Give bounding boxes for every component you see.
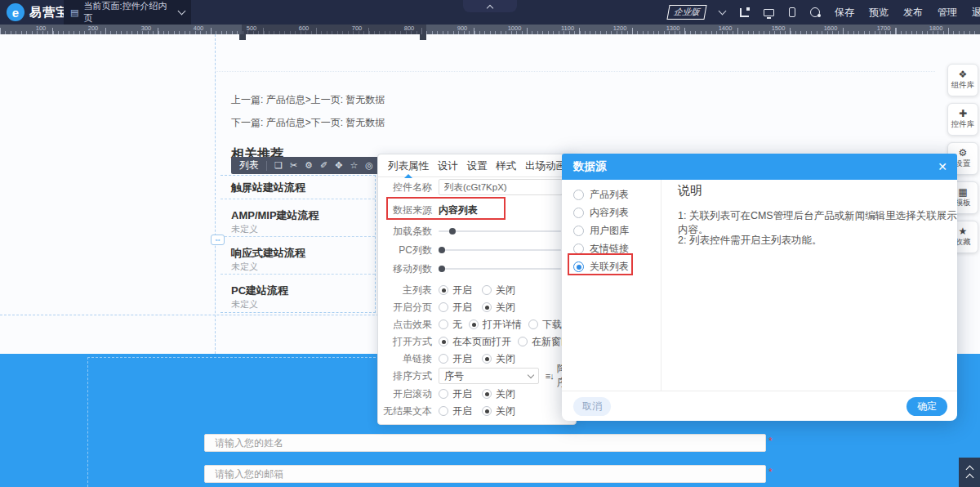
no-result-text-row: 无结果文本 开启 关闭 [378,403,576,419]
tab-entrance-animation[interactable]: 出场动画 [525,154,566,177]
slider-knob[interactable] [449,228,456,235]
preview-button[interactable]: 预览 [862,0,896,25]
single-link-row: 单链接 开启 关闭 [378,351,576,367]
canvas-guide-line [215,71,935,72]
list-widget[interactable]: 触屏站建站流程 AMP/MIP建站流程 未定义 响应式建站流程 未定义 PC建站… [220,175,376,313]
radio-option[interactable]: 关闭 [482,387,515,401]
radio-option[interactable]: 友情链接 [573,242,629,256]
sidebar-item-component-library[interactable]: ❖ 组件库 [947,64,978,96]
brush-icon[interactable]: ✐ [320,161,327,170]
save-button[interactable]: 保存 [827,0,862,25]
settings-icon[interactable]: ⚙ [305,161,313,170]
publish-button[interactable]: 发布 [896,0,930,25]
radio-option[interactable]: 用户图库 [573,224,629,238]
sidebar-item-widget-library[interactable]: ✚ 控件库 [947,103,978,136]
field-label: 单链接 [378,352,432,366]
radio-option[interactable]: 内容列表 [573,206,629,220]
mobile-columns-slider[interactable] [439,268,561,270]
radio-option[interactable]: 产品列表 [573,188,629,202]
radio-option[interactable]: 关联列表 [573,260,629,274]
sort-select[interactable]: 序号 [439,368,539,384]
tab-settings[interactable]: 设置 [467,154,488,177]
close-icon[interactable]: ✕ [938,154,947,180]
required-marker: * [768,436,773,447]
back-to-top-button[interactable] [959,458,980,487]
mobile-view-button[interactable] [782,0,803,25]
tab-list-properties[interactable]: 列表属性 [388,154,429,177]
cancel-button[interactable]: 取消 [573,397,611,416]
widget-name-input[interactable] [439,179,563,195]
move-icon[interactable]: ✥ [335,161,342,170]
desktop-view-button[interactable] [756,0,782,25]
prev-article-link[interactable]: 上一篇: 产品信息>上一页: 暂无数据 [231,93,385,107]
page-icon: ▤ [70,7,78,18]
phone-icon [789,7,795,17]
pc-columns-slider[interactable] [439,249,561,251]
radio-icon [439,337,448,346]
field-label: 点击效果 [378,318,432,332]
copy-icon[interactable]: ❏ [274,161,283,170]
list-item-title[interactable]: AMP/MIP建站流程 [231,208,319,223]
tab-design[interactable]: 设计 [438,154,458,177]
radio-icon [482,285,492,295]
radio-icon [439,319,448,329]
exit-button[interactable]: 退出 [964,0,980,25]
radio-option[interactable]: 开启 [439,301,472,315]
dialog-option-list: 产品列表 内容列表 用户图库 友情链接 关联列表 [562,180,662,391]
chevron-down-icon [528,371,534,378]
manage-button[interactable]: 管理 [930,0,964,25]
description-line: 1: 关联列表可在CMS管理后台产品或新闻编辑里选择关联展示内容。 [678,209,957,237]
chevron-up-icon [965,466,973,474]
pagination-row: 开启分页 开启 关闭 [378,299,576,315]
next-article-link[interactable]: 下一篇: 产品信息>下一页: 暂无数据 [231,116,385,130]
plan-dropdown[interactable] [712,0,733,25]
favorite-icon[interactable]: ☆ [350,161,358,170]
radio-option[interactable]: 打开详情 [469,318,522,332]
logo-text: 易营宝 [29,5,69,20]
radio-option[interactable]: 开启 [439,387,472,401]
radio-icon [573,190,584,200]
radio-option[interactable]: 在本页面打开 [439,335,511,349]
component-library-icon: ❖ [959,69,968,79]
name-input[interactable] [204,434,766,452]
chevron-up-icon [965,474,973,482]
radio-option[interactable]: 开启 [439,284,472,297]
sort-row: 排序方式 序号 ≡↓ 降序 [378,368,576,384]
slider-knob[interactable] [439,266,445,272]
panel-tabs: 列表属性 设计 设置 样式 出场动画 [378,154,576,177]
radio-option[interactable]: 关闭 [482,352,515,366]
list-item-title[interactable]: 响应式建站流程 [231,246,305,261]
email-input[interactable] [204,465,766,483]
radio-icon [439,354,448,364]
collapse-toolbar-tab[interactable] [463,0,517,12]
divider [266,161,267,171]
tab-style[interactable]: 样式 [496,154,516,177]
radio-option[interactable]: 关闭 [482,404,515,418]
required-marker: * [768,467,773,478]
measure-button[interactable] [733,0,756,25]
data-source-value[interactable]: 内容列表 [439,203,478,217]
confirm-button[interactable]: 确定 [906,397,947,416]
load-count-slider[interactable] [439,230,561,232]
data-source-dialog: 数据源 ✕ 产品列表 内容列表 用户图库 友情链接 关联列表 说明 1: 关联列… [562,154,957,421]
visibility-icon[interactable]: ◎ [365,161,373,170]
field-label: 开启分页 [378,301,432,315]
radio-icon [518,337,528,346]
radio-option[interactable]: 无 [439,318,462,332]
radio-option[interactable]: 关闭 [482,284,515,297]
slider-knob[interactable] [439,247,445,253]
top-toolbar: e 易营宝 ▤ 当前页面:控件介绍内页 企业版 保存 预览 发布 管理 退出 [0,0,980,25]
support-button[interactable] [803,0,827,25]
current-page-selector[interactable]: ▤ 当前页面:控件介绍内页 [64,0,191,25]
cut-icon[interactable]: ✂ [290,161,297,170]
radio-option[interactable]: 开启 [439,404,472,418]
list-item-title[interactable]: PC建站流程 [231,284,288,298]
radio-option[interactable]: 开启 [439,352,472,366]
radio-icon [439,302,448,312]
widget-drag-handle[interactable]: ⇔ [211,235,225,245]
sort-descending-icon[interactable]: ≡↓ [546,371,554,381]
radio-option[interactable]: 关闭 [482,301,515,315]
list-item-title[interactable]: 触屏站建站流程 [231,181,305,195]
field-label: 无结果文本 [378,404,432,418]
chevron-up-icon [487,4,493,11]
